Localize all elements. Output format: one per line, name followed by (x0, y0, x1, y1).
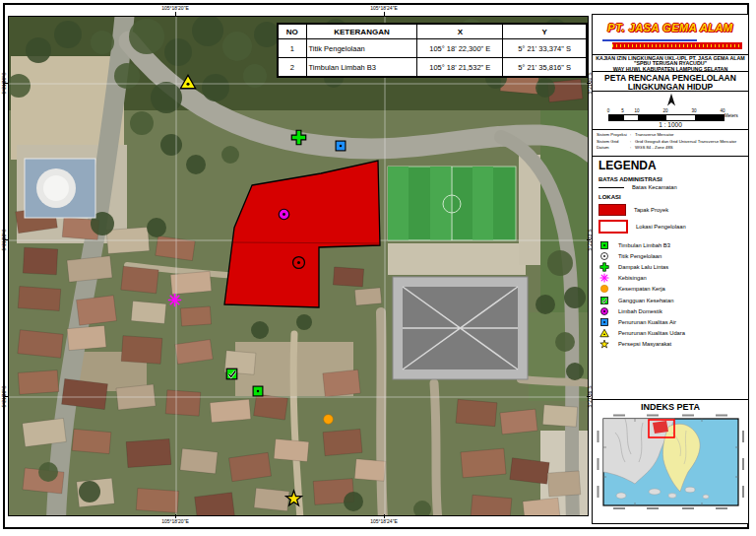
table-header: KETERANGAN (306, 24, 417, 39)
legend-area-items: Tapak ProyekLokasi Pengelolaan (598, 204, 742, 234)
scale-bar-segment (695, 115, 724, 120)
logo-blue-line (602, 39, 697, 41)
legend-area-item: Tapak Proyek (598, 204, 742, 216)
scale-tick-label: 0 (607, 108, 610, 113)
legend-item-label: Dampak Lalu Lintas (618, 264, 668, 270)
legend-item-label: Penurunan Kualitas Udara (618, 330, 685, 336)
table-cell: 105° 18' 22,300" E (417, 39, 503, 58)
batas-administrasi-heading: BATAS ADMINISTRASI (598, 176, 742, 182)
table-row: 2Timbulan Limbah B3105° 18' 21,532" E5° … (278, 58, 587, 78)
square-dot-green-icon (598, 240, 610, 250)
batas-kecamatan-item: Batas Kecamatan (598, 184, 742, 190)
marker-gangguan-kesehatan (224, 367, 239, 381)
triangle-dot-yellow-icon (598, 328, 610, 338)
marker-kebisingan (167, 293, 182, 307)
scale-tick-label: 30 (691, 108, 696, 113)
legend-point-item: Persepsi Masyarakat (598, 339, 742, 350)
legend-item-label: Penurunan Kualitas Air (618, 319, 676, 325)
company-logo-text: PT. JASA GEMA ALAM (593, 22, 748, 34)
legend-point-item: Limbah Domestik (598, 305, 742, 316)
square-dot-blue-icon (598, 317, 610, 327)
scale-tick-label: 10 (634, 108, 639, 113)
map-sheet: NOKETERANGANXY1Titik Pengelolaan105° 18'… (0, 0, 756, 536)
legend-item-label: Tapak Proyek (634, 207, 668, 213)
index-map-inset (596, 413, 746, 511)
projection-info: Sistem Proyeksi:Transverse MercatorSiste… (593, 130, 748, 157)
legend-item-label: Kebisingan (618, 275, 647, 281)
legend-point-item: Penurunan Kualitas Udara (598, 328, 742, 339)
marker-penurunan-kualitas-air (334, 139, 347, 153)
marker-kesempatan-kerja (322, 413, 335, 426)
scale-bar (608, 114, 724, 121)
scale-bar-segment (638, 115, 666, 120)
legend-heading: LEGENDA (598, 159, 742, 172)
grid-tick (175, 514, 176, 518)
star-yellow-icon (598, 339, 610, 349)
legend-point-items: Timbulan Limbah B3Titik PengelolaanDampa… (598, 239, 742, 350)
marker-persepsi-masyarakat (284, 489, 303, 507)
table-row: 1Titik Pengelolaan105° 18' 22,300" E5° 2… (278, 39, 587, 58)
marker-limbah-domestik (277, 207, 291, 222)
table-header: X (417, 24, 503, 39)
company-logo: PT. JASA GEMA ALAM (593, 15, 748, 55)
projection-label: Datum (597, 145, 630, 152)
table-cell: 105° 18' 21,532" E (417, 58, 503, 78)
grid-tick (384, 12, 385, 16)
scale-bar-segment (666, 115, 695, 120)
grid-tick (4, 83, 8, 84)
grid-tick (384, 514, 385, 518)
grid-tick (4, 239, 8, 240)
map-title: PETA RENCANA PENGELOLAAN LINGKUNGAN HIDU… (593, 72, 748, 92)
legend-point-item: Gangguan Kesehatan (598, 295, 742, 305)
legend-item-label: Kesempatan Kerja (618, 286, 665, 292)
red-outline-swatch (598, 220, 628, 234)
grid-label-top: 105°18'24"E (362, 5, 406, 12)
legend-item-label: Lokasi Pengelolaan (636, 224, 686, 230)
scale-tick-label: 20 (662, 108, 667, 113)
grid-tick (4, 396, 8, 397)
map-title-line: LINGKUNGAN HIDUP (593, 83, 748, 92)
table-cell: 5° 21' 35,816" S (503, 58, 587, 78)
marker-titik-pengelolaan (290, 254, 307, 271)
scale-section: 0510203040 Meters 1 : 1000 (593, 92, 748, 130)
marker-dampak-lalu-lintas (290, 129, 307, 146)
table-header: NO (278, 24, 306, 39)
map-canvas: NOKETERANGANXY1Titik Pengelolaan105° 18'… (8, 16, 589, 516)
project-title: KAJIAN IZIN LINGKUNGAN UKL-UPL PT. JASA … (593, 55, 748, 72)
scale-tick-label: 5 (621, 108, 624, 113)
red-filled-swatch (598, 204, 626, 216)
grid-label-top: 105°18'20"E (154, 5, 197, 12)
legend-item-label: Timbulan Limbah B3 (618, 242, 670, 248)
legend-item-label: Limbah Domestik (618, 308, 662, 314)
legend-point-item: Penurunan Kualitas Air (598, 316, 742, 327)
circle-dot-open-icon (598, 251, 610, 261)
impact-markers-layer (9, 17, 588, 515)
scale-ratio: 1 : 1000 (593, 121, 748, 128)
north-arrow-icon (663, 93, 679, 108)
scale-bar-segment (609, 115, 624, 120)
table-cell: 2 (278, 58, 306, 78)
grid-tick (175, 12, 176, 16)
legend-point-item: Timbulan Limbah B3 (598, 239, 742, 250)
map-layout-panel: PT. JASA GEMA ALAM KAJIAN IZIN LINGKUNGA… (592, 14, 749, 524)
legend-item-label: Titik Pengelolaan (618, 253, 662, 259)
legend-item-label: Gangguan Kesehatan (618, 298, 673, 303)
legend-area-item: Lokasi Pengelolaan (598, 220, 742, 234)
circle-dot-magenta-icon (598, 306, 610, 316)
cross-green-icon (598, 262, 610, 272)
grid-label-bottom: 105°18'24"E (362, 518, 406, 525)
scale-unit: Meters (724, 113, 738, 118)
asterisk-magenta-icon (598, 273, 610, 283)
marker-penurunan-kualitas-udara (179, 73, 197, 91)
scale-bar-segment (624, 115, 639, 120)
grid-label-bottom: 105°18'20"E (154, 518, 197, 525)
legend-point-item: Kebisingan (598, 273, 742, 284)
square-check-green-icon (598, 296, 610, 305)
table-cell: Timbulan Limbah B3 (306, 58, 417, 78)
coordinate-table: NOKETERANGANXY1Titik Pengelolaan105° 18'… (277, 23, 588, 78)
grid-tick (587, 83, 591, 84)
legend: LEGENDA BATAS ADMINISTRASI Batas Kecamat… (593, 157, 748, 400)
table-cell: 5° 21' 33,374" S (503, 39, 587, 58)
legend-item-label: Persepsi Masyarakat (618, 341, 671, 347)
index-peta-heading: INDEKS PETA (593, 400, 748, 412)
